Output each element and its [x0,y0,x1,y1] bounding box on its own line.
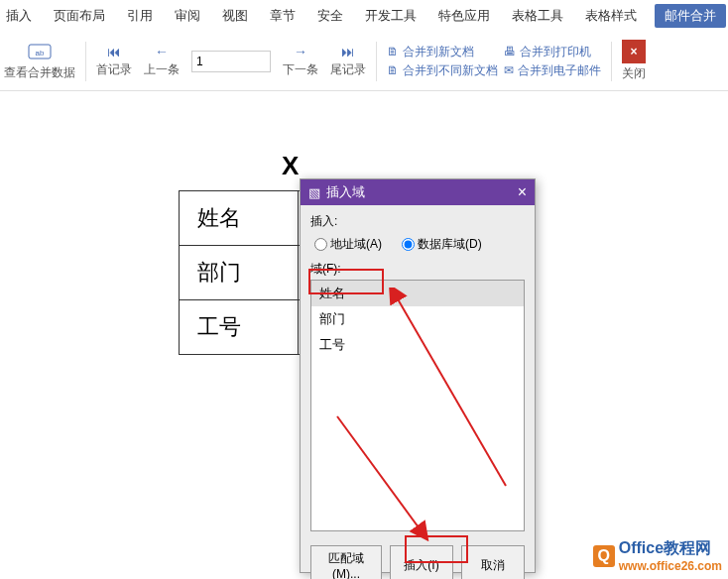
toolbar: ab 查看合并数据 ⏮ 首记录 ← 上一条 → 下一条 ⏭ 尾记录 🗎 合并到新… [0,32,728,91]
merge-print-button[interactable]: 🖶 合并到打印机 [504,44,601,60]
radio-address[interactable]: 地址域(A) [314,236,382,253]
field-list-label: 域(F): [310,261,525,278]
cell-id-label[interactable]: 工号 [180,300,299,355]
prev-record-button[interactable]: ← 上一条 [144,44,180,78]
insert-field-dialog: ▧ 插入域 × 插入: 地址域(A) 数据库域(D) 域(F): 姓名部门工号 … [300,178,536,573]
radio-database-input[interactable] [402,238,415,251]
ribbon-tab-0[interactable]: 插入 [2,5,36,27]
separator [376,42,377,81]
merge-email-button[interactable]: ✉ 合并到电子邮件 [504,62,601,79]
merge-diff-label: 合并到不同新文档 [403,62,498,79]
merge-print-label: 合并到打印机 [520,44,591,60]
view-merge-data-button[interactable]: ab 查看合并数据 [4,41,75,81]
next-record-button[interactable]: → 下一条 [283,44,318,78]
insert-button[interactable]: 插入(I) [390,545,453,579]
last-record-button[interactable]: ⏭ 尾记录 [330,44,366,78]
match-field-button[interactable]: 匹配域(M)... [310,545,382,579]
prev-icon: ← [155,44,169,59]
ribbon-tab-9[interactable]: 表格工具 [508,5,567,27]
ribbon-tab-8[interactable]: 特色应用 [434,5,494,27]
ribbon-tab-10[interactable]: 表格样式 [581,5,641,27]
merge-group-2: 🖶 合并到打印机 ✉ 合并到电子邮件 [504,44,601,79]
dialog-titlebar[interactable]: ▧ 插入域 × [301,179,535,205]
dialog-close-button[interactable]: × [518,183,527,201]
svg-text:ab: ab [36,49,45,58]
doc-icon: 🗎 [387,63,399,77]
field-item[interactable]: 姓名 [311,281,524,306]
radio-database-label: 数据库域(D) [418,236,482,253]
prev-label: 上一条 [144,61,180,78]
merge-new-label: 合并到新文档 [403,44,474,60]
first-record-button[interactable]: ⏮ 首记录 [96,44,132,78]
next-icon: → [294,44,307,59]
field-list[interactable]: 姓名部门工号 [310,280,525,531]
cell-name-label[interactable]: 姓名 [180,191,299,246]
doc-icon: 🗎 [387,45,399,58]
merge-email-label: 合并到电子邮件 [518,62,601,79]
merge-group: 🗎 合并到新文档 🗎 合并到不同新文档 [387,44,498,79]
close-icon: × [622,40,646,63]
cancel-button[interactable]: 取消 [461,545,525,579]
next-label: 下一条 [283,61,318,78]
watermark-text: Office教程网 [619,538,722,559]
ribbon-tab-1[interactable]: 页面布局 [50,5,109,27]
first-icon: ⏮ [107,44,121,59]
separator [611,42,612,81]
app-icon: ▧ [308,185,320,200]
ribbon-tab-3[interactable]: 审阅 [171,5,204,27]
close-button[interactable]: × 关闭 [622,40,646,82]
radio-group: 地址域(A) 数据库域(D) [314,236,525,253]
radio-address-label: 地址域(A) [330,236,382,253]
close-label: 关闭 [622,65,646,82]
first-label: 首记录 [96,61,132,78]
watermark-icon: Q [593,545,615,567]
last-icon: ⏭ [341,44,355,59]
ribbon-tab-4[interactable]: 视图 [218,5,252,27]
ribbon-tab-5[interactable]: 章节 [266,5,300,27]
ribbon-tab-2[interactable]: 引用 [123,5,157,27]
field-item[interactable]: 部门 [311,306,524,332]
radio-database[interactable]: 数据库域(D) [402,236,482,253]
x-marker: X [282,151,299,181]
last-label: 尾记录 [330,61,366,78]
insert-label: 插入: [310,213,525,230]
watermark: Q Office教程网 www.office26.com [593,538,722,573]
printer-icon: 🖶 [504,45,516,58]
email-icon: ✉ [504,63,514,77]
ribbon-tab-7[interactable]: 开发工具 [361,5,421,27]
ribbon-tab-6[interactable]: 安全 [313,5,347,27]
ribbon-tabs: 插入页面布局引用审阅视图章节安全开发工具特色应用表格工具表格样式邮件合并 [0,0,728,32]
dialog-body: 插入: 地址域(A) 数据库域(D) 域(F): 姓名部门工号 [301,205,535,539]
separator [85,42,86,81]
cell-dept-label[interactable]: 部门 [180,246,299,300]
record-nav: ⏮ 首记录 ← 上一条 → 下一条 ⏭ 尾记录 [96,44,366,78]
view-data-label: 查看合并数据 [4,64,75,81]
radio-address-input[interactable] [314,238,327,251]
ribbon-tab-11[interactable]: 邮件合并 [655,4,726,28]
data-icon: ab [26,41,54,62]
watermark-url: www.office26.com [619,559,722,573]
merge-diff-doc-button[interactable]: 🗎 合并到不同新文档 [387,62,498,79]
record-number-input[interactable] [191,51,271,72]
merge-new-doc-button[interactable]: 🗎 合并到新文档 [387,44,498,60]
field-item[interactable]: 工号 [311,332,524,358]
dialog-buttons: 匹配域(M)... 插入(I) 取消 [301,539,535,579]
dialog-title-text: 插入域 [326,183,365,201]
